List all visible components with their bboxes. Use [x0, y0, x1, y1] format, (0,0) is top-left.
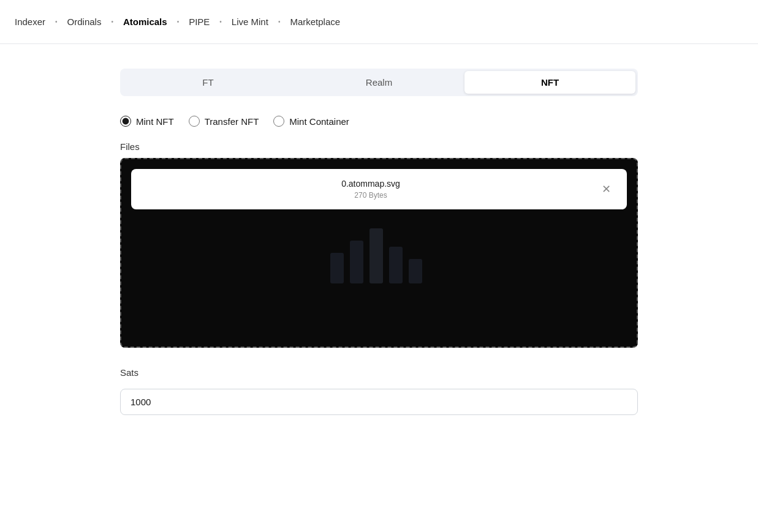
nav-dot-4: •	[219, 18, 222, 25]
sats-section: Sats	[120, 367, 638, 415]
file-size: 270 Bytes	[354, 191, 387, 200]
sats-input[interactable]	[120, 389, 638, 415]
tab-group: FT Realm NFT	[120, 69, 638, 96]
radio-mint-container-input[interactable]	[273, 116, 284, 127]
files-label: Files	[120, 141, 638, 152]
radio-mint-container[interactable]: Mint Container	[273, 116, 349, 127]
main-content: FT Realm NFT Mint NFT Transfer NFT Mint …	[0, 44, 758, 440]
nav-marketplace[interactable]: Marketplace	[290, 17, 340, 27]
svg-rect-2	[370, 228, 383, 283]
nav-dot-5: •	[278, 18, 281, 25]
radio-mint-nft-input[interactable]	[120, 116, 131, 127]
nav-indexer[interactable]: Indexer	[15, 17, 45, 27]
file-name: 0.atommap.svg	[341, 179, 400, 189]
sats-label: Sats	[120, 367, 638, 378]
nav-ordinals[interactable]: Ordinals	[67, 17, 102, 27]
svg-rect-3	[389, 247, 403, 283]
nav-dot-2: •	[111, 18, 113, 25]
files-dropzone[interactable]: 0.atommap.svg 270 Bytes ✕	[120, 158, 638, 348]
radio-mint-nft-label: Mint NFT	[136, 116, 174, 127]
radio-transfer-nft-input[interactable]	[189, 116, 200, 127]
file-info: 0.atommap.svg 270 Bytes	[143, 179, 598, 200]
radio-mint-nft[interactable]: Mint NFT	[120, 116, 174, 127]
nav-dot-3: •	[177, 18, 180, 25]
files-section: Files 0.atommap.svg 270 Bytes	[120, 141, 638, 348]
radio-transfer-nft[interactable]: Transfer NFT	[189, 116, 259, 127]
tab-ft[interactable]: FT	[123, 71, 294, 94]
navigation: Indexer • Ordinals • Atomicals • PIPE • …	[0, 0, 758, 44]
svg-rect-1	[350, 241, 363, 283]
file-card: 0.atommap.svg 270 Bytes ✕	[131, 169, 627, 209]
radio-mint-container-label: Mint Container	[289, 116, 349, 127]
svg-rect-0	[330, 253, 344, 283]
nav-dot-1: •	[55, 18, 58, 25]
radio-group: Mint NFT Transfer NFT Mint Container	[120, 116, 638, 127]
nav-pipe[interactable]: PIPE	[189, 17, 210, 27]
file-close-button[interactable]: ✕	[598, 182, 615, 196]
radio-transfer-nft-label: Transfer NFT	[205, 116, 259, 127]
nav-live-mint[interactable]: Live Mint	[232, 17, 268, 27]
tab-nft[interactable]: NFT	[464, 71, 635, 94]
svg-rect-4	[409, 259, 422, 283]
nav-atomicals[interactable]: Atomicals	[123, 17, 167, 27]
dropzone-icon	[318, 216, 441, 290]
tab-realm[interactable]: Realm	[294, 71, 464, 94]
